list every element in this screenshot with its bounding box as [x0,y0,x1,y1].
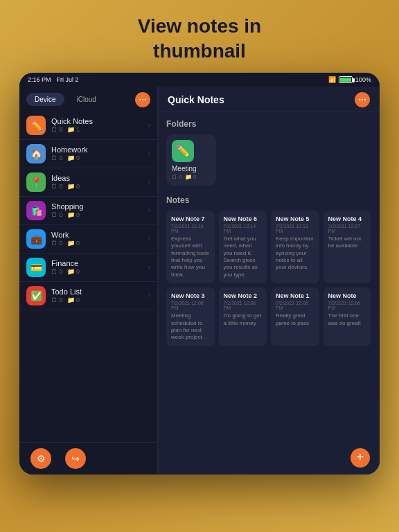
main-scroll: Folders ✏️ Meeting 🗒 0 📁 0 Notes [158,112,380,475]
note-card-7[interactable]: New Note 7 7/2/2021 12:14 PM Express you… [166,211,215,283]
note-title-7: New Note 7 [171,215,210,222]
ideas-label: Ideas [51,174,143,182]
sidebar-item-ideas[interactable]: 📍 Ideas 🗒 0 📁 0 › [19,168,157,197]
quick-notes-arrow: › [148,121,150,129]
sidebar-footer: ⚙ ↪ [19,442,157,475]
meeting-folder-name: Meeting [172,165,211,172]
sidebar-item-shopping[interactable]: 🛍️ Shopping 🗒 0 📁 0 › [19,197,157,225]
meeting-folder-count: 📁 0 [185,174,197,180]
note-card-2[interactable]: New Note 2 7/2/2021 12:06 PM I'm going t… [219,287,267,346]
shopping-label: Shopping [51,202,143,211]
sidebar-item-work[interactable]: 💼 Work 🗒 0 📁 0 › [19,225,157,254]
finance-icon: 💳 [26,258,46,277]
work-icon: 💼 [26,229,46,249]
note-title-new: New Note [328,292,367,299]
note-card-1[interactable]: New Note 1 7/2/2021 12:06 PM Really grea… [271,287,319,346]
work-label: Work [51,231,143,239]
todo-list-arrow: › [148,292,150,299]
note-date-3: 7/2/2021 12:06 PM [171,301,210,310]
todo-list-icon: ✅ [26,286,46,305]
homework-icon: 🏠 [26,144,46,163]
folder-meeting[interactable]: ✏️ Meeting 🗒 0 📁 0 [166,134,216,186]
note-date-4: 7/2/2021 12:07 PM [328,224,367,233]
note-preview-7: Express yourself with formatting tools t… [171,236,210,278]
note-preview-4: Ticket will not be available [328,236,367,250]
note-date-2: 7/2/2021 12:06 PM [224,301,263,310]
note-card-4[interactable]: New Note 4 7/2/2021 12:07 PM Ticket will… [323,211,372,283]
note-date-6: 7/2/2021 12:14 PM [224,224,263,233]
note-title-2: New Note 2 [224,292,263,299]
note-date-7: 7/2/2021 12:14 PM [171,224,210,233]
ideas-arrow: › [148,178,150,186]
shopping-arrow: › [148,206,150,214]
homework-label: Homework [51,145,143,154]
note-preview-6: Get what you need, when you need it. Sea… [224,236,263,278]
note-card-5[interactable]: New Note 5 7/2/2021 12:13 PM Keep import… [271,211,319,283]
note-title-5: New Note 5 [276,215,314,222]
sidebar-item-quick-notes[interactable]: ✏️ Quick Notes 🗒 8 📁 1 › [19,112,157,140]
meeting-folder-icon: ✏️ [172,140,194,162]
status-date: Fri Jul 2 [57,76,79,83]
note-date-new: 7/2/2021 12:06 PM [328,301,367,310]
folders-row: ✏️ Meeting 🗒 0 📁 0 [166,134,371,186]
sidebar: Device iCloud ··· ✏️ Quick Notes 🗒 8 📁 1… [19,87,158,475]
quick-notes-label: Quick Notes [51,117,143,125]
sidebar-items-list: ✏️ Quick Notes 🗒 8 📁 1 › 🏠 Homework [19,112,157,442]
export-button[interactable]: ↪ [65,448,86,469]
note-title-1: New Note 1 [276,292,314,299]
quick-notes-folder-count: 📁 1 [67,126,80,133]
main-title: Quick Notes [168,94,224,105]
note-title-4: New Note 4 [328,215,367,222]
notes-section-title: Notes [166,195,371,205]
wifi-icon: 📶 [328,76,336,83]
homework-arrow: › [148,150,150,157]
quick-notes-note-count: 🗒 8 [51,126,63,133]
note-date-1: 7/2/2021 12:06 PM [276,301,314,310]
device-frame: 2:16 PM Fri Jul 2 📶 100% Device iCloud ·… [19,73,380,475]
folders-section-title: Folders [166,119,371,129]
note-card-new[interactable]: New Note 7/2/2021 12:06 PM The first one… [323,287,372,346]
note-card-6[interactable]: New Note 6 7/2/2021 12:14 PM Get what yo… [219,211,267,283]
shopping-icon: 🛍️ [26,201,46,220]
page-header: View notes in thumbnail [110,0,289,73]
main-content: Quick Notes ··· Folders ✏️ Meeting 🗒 0 📁… [158,87,380,475]
finance-label: Finance [51,259,143,267]
fab-button[interactable]: + [351,448,370,468]
battery-indicator [339,76,353,83]
note-card-3[interactable]: New Note 3 7/2/2021 12:06 PM Meeting sch… [166,287,215,346]
note-preview-new: The first one was so great! [328,312,367,327]
note-preview-1: Really great game to pass [276,312,314,327]
notes-grid: New Note 7 7/2/2021 12:14 PM Express you… [166,211,371,346]
main-header: Quick Notes ··· [158,87,380,112]
settings-button[interactable]: ⚙ [30,448,51,469]
sidebar-more-button[interactable]: ··· [135,92,150,107]
note-title-3: New Note 3 [171,292,210,299]
ideas-icon: 📍 [26,172,46,192]
note-preview-5: Keep important info handy by syncing you… [276,236,314,272]
sidebar-item-todo-list[interactable]: ✅ Todo List 🗒 0 📁 0 › [19,282,157,310]
page-title: View notes in thumbnail [138,14,261,64]
note-preview-3: Meeting scheduled to plan for next week … [171,312,210,342]
battery-text: 100% [355,76,371,83]
tab-icloud[interactable]: iCloud [69,93,105,106]
finance-arrow: › [148,263,150,271]
note-title-6: New Note 6 [224,215,263,222]
tab-device[interactable]: Device [26,93,64,106]
todo-list-label: Todo List [51,287,143,296]
status-time: 2:16 PM [28,76,51,83]
sidebar-item-finance[interactable]: 💳 Finance 🗒 0 📁 0 › [19,254,157,282]
quick-notes-icon: ✏️ [26,116,46,135]
meeting-note-count: 🗒 0 [172,174,182,180]
main-more-button[interactable]: ··· [355,92,370,107]
sidebar-item-homework[interactable]: 🏠 Homework 🗒 0 📁 0 › [19,140,157,168]
status-bar: 2:16 PM Fri Jul 2 📶 100% [19,73,380,87]
note-date-5: 7/2/2021 12:13 PM [276,224,314,233]
note-preview-2: I'm going to get a little money [224,312,263,327]
work-arrow: › [148,235,150,242]
